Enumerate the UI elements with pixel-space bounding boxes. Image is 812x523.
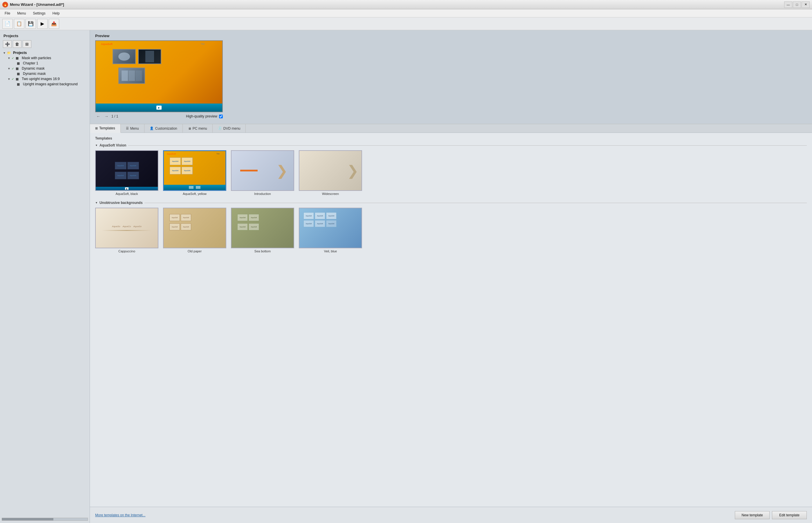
tab-pc-menu-icon: 🖥 [188,127,191,130]
group2-label: Unobtrusive backgrounds [100,201,143,205]
expand-icon: ▼ [7,67,12,70]
templates-grid-1: AquaSoft AquaSoft AquaSoft AquaSoft ▶ [95,150,807,196]
template-card-black[interactable]: AquaSoft AquaSoft AquaSoft AquaSoft ▶ [95,150,158,196]
sidebar-scrollbar-thumb [2,518,53,520]
template-card-seabottom[interactable]: AquaSoft AquaSoft AquaSoft AquaSoft Sea … [231,208,294,253]
tab-templates-icon: ⊞ [95,126,98,130]
tab-dvd-menu-label: DVD menu [223,126,240,130]
template-card-veil[interactable]: AquaSoft AquaSoft AquaSoft AquaSoft Aqua… [299,208,362,253]
play-button[interactable]: ▶ [37,19,48,29]
save-button[interactable]: 💾 [25,19,36,29]
tab-menu-icon: ☰ [126,126,129,130]
video-icon: ▦ [16,67,21,71]
templates-panel: Templates ▼ AquaSoft Vision AquaSoft [90,133,812,507]
tab-templates[interactable]: ⊞ Templates [90,124,121,133]
next-page-button[interactable]: → [103,113,110,119]
tab-dvd-menu-icon: 💿 [218,126,222,130]
tree-item-mask-particles[interactable]: ▼ ✓ ▦ Mask with particles [2,55,88,61]
sidebar-scrollbar[interactable] [2,518,88,521]
preview-image: AquaSoft Title [95,40,223,112]
preview-thumb-wide [119,68,145,84]
bottom-bar: More templates on the Internet... New te… [90,507,812,523]
template-thumb-widescreen: ❯ [299,150,362,191]
template-label-black: AquaSoft, black [115,192,138,196]
close-button[interactable]: ✕ [801,1,810,8]
edit-template-button[interactable]: Edit template [772,511,807,519]
orange-divider [240,170,258,172]
templates-grid-2: AquaSo AquaCo AquaSo Cappuccino [95,208,807,253]
sidebar-title: Projects [0,33,90,40]
preview-inner: AquaSoft Title [96,41,222,112]
menu-bar: File Menu Settings Help [0,9,812,17]
tabs-bar: ⊞ Templates ☰ Menu 👤 Customization 🖥 PC … [90,124,812,133]
tab-pc-menu-label: PC menu [193,126,207,130]
tab-customization[interactable]: 👤 Customization [144,124,183,132]
tree-label-chapter1: Chapter 1 [23,61,38,65]
main-layout: Projects ➕ 🗑 ⊞ ▼ 📁 Projects ▼ ✓ ▦ Mask w… [0,30,812,523]
bottom-buttons: New template Edit template [735,511,807,519]
minimize-button[interactable]: — [784,1,792,8]
templates-section-title: Templates [95,136,807,140]
menu-menu[interactable]: Menu [14,10,29,17]
tab-dvd-menu[interactable]: 💿 DVD menu [213,124,246,132]
new-template-button[interactable]: New template [735,511,770,519]
expand-icon: ▼ [7,57,12,60]
template-card-yellow[interactable]: AquaSoft Title AquaSoft AquaSoft AquaSof… [163,150,226,196]
check-icon: ✓ [12,57,16,60]
preview-section: Preview AquaSoft Title [90,30,812,124]
template-thumb-oldpaper: AquaSoft AquaSoft AquaSoft AquaSoft [163,208,226,248]
preview-thumb-1 [112,49,136,64]
template-thumb-intro: ❯ [231,150,294,191]
preview-nav-row: ← → 1 / 1 High-quality preview [95,112,223,120]
more-templates-link[interactable]: More templates on the Internet... [95,513,145,517]
template-card-oldpaper[interactable]: AquaSoft AquaSoft AquaSoft AquaSoft Old … [163,208,226,253]
hq-preview-checkbox[interactable] [219,114,223,118]
tree-item-two-upright[interactable]: ▼ ✓ ▦ Two upright images 16:9 [2,76,88,82]
tree-item-dynamic-mask[interactable]: ▼ ✓ ▦ Dynamic mask [2,66,88,71]
tree-label-projects: Projects [13,51,27,55]
new-button[interactable]: 📄 [2,19,13,29]
preview-thumbs-row1 [112,49,161,64]
tab-menu[interactable]: ☰ Menu [121,124,144,132]
chapter-icon: ▦ [17,72,22,76]
add-project-button[interactable]: ➕ [3,40,12,48]
preview-thumb-2 [138,49,161,64]
tree-item-chapter1[interactable]: ▦ Chapter 1 [2,61,88,66]
tabs-section: ⊞ Templates ☰ Menu 👤 Customization 🖥 PC … [90,124,812,523]
template-card-cappuccino[interactable]: AquaSo AquaCo AquaSo Cappuccino [95,208,158,253]
mini-row2: AquaSoft AquaSoft [115,172,139,179]
export-button[interactable]: 📤 [49,19,59,29]
template-thumb-veil: AquaSoft AquaSoft AquaSoft AquaSoft Aqua… [299,208,362,248]
menu-settings[interactable]: Settings [29,10,49,17]
window-title: Menu Wizard - [Unnamed.adl*] [10,2,784,7]
folder-icon: 📁 [7,51,12,55]
tree-item-dynamic-mask-sub[interactable]: ▦ Dynamic mask [2,71,88,76]
preview-title: Preview [95,34,807,38]
template-card-widescreen[interactable]: ❯ Widescreen [299,150,362,196]
video-icon: ▦ [16,77,21,81]
menu-help[interactable]: Help [49,10,63,17]
tab-pc-menu[interactable]: 🖥 PC menu [183,124,213,132]
mini-thumb-1: AquaSoft [115,162,126,169]
tree-item-projects[interactable]: ▼ 📁 Projects [2,50,88,55]
tab-customization-label: Customization [155,126,177,130]
toolbar: 📄 📋 💾 ▶ 📤 [0,17,812,30]
prev-page-button[interactable]: ← [95,113,102,119]
template-card-intro[interactable]: ❯ Introduction [231,150,294,196]
template-thumb-black: AquaSoft AquaSoft AquaSoft AquaSoft ▶ [95,150,158,191]
tmpl-black-bg: AquaSoft AquaSoft AquaSoft AquaSoft ▶ [96,151,158,190]
tab-menu-label: Menu [130,126,139,130]
open-button[interactable]: 📋 [14,19,24,29]
grid-view-button[interactable]: ⊞ [23,40,31,48]
right-panel: Preview AquaSoft Title [90,30,812,523]
template-label-yellow: AquaSoft, yellow [183,192,206,196]
maximize-button[interactable]: □ [793,1,801,8]
template-label-seabottom: Sea bottom [254,250,271,253]
video-icon: ▦ [16,56,21,60]
menu-file[interactable]: File [1,10,14,17]
delete-project-button[interactable]: 🗑 [13,40,21,48]
tree-item-upright-bg[interactable]: ▦ Upright images against background [2,82,88,87]
tmpl-seabottom-bg: AquaSoft AquaSoft AquaSoft AquaSoft [232,208,293,248]
group1-arrow: ▼ [95,144,98,147]
templates-label: Templates [95,136,112,140]
